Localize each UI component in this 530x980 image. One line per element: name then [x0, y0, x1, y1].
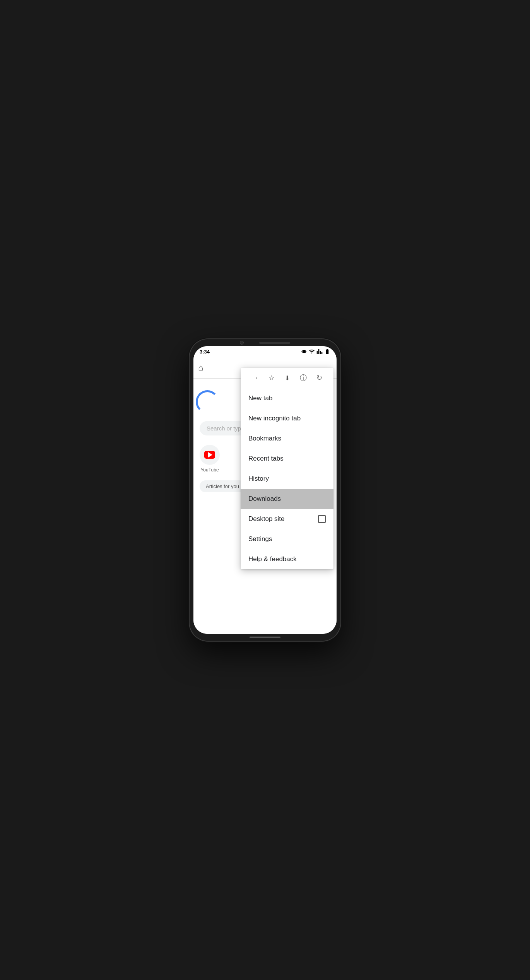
phone-frame: 3:34 ⌂	[190, 339, 340, 641]
menu-item-new-tab[interactable]: New tab	[241, 388, 333, 408]
menu-item-recent-tabs[interactable]: Recent tabs	[241, 449, 333, 469]
phone-bottom	[190, 634, 340, 641]
refresh-icon[interactable]: ↻	[316, 374, 322, 382]
desktop-site-checkbox[interactable]	[318, 515, 326, 523]
menu-item-bookmarks[interactable]: Bookmarks	[241, 429, 333, 449]
dropdown-menu: → ☆ ⬇ ⓘ ↻ New tab New incognito tab Book…	[241, 368, 333, 569]
bookmark-icon[interactable]: ☆	[268, 374, 275, 382]
youtube-label: YouTube	[200, 467, 219, 473]
youtube-icon-circle	[200, 445, 220, 465]
youtube-shortcut[interactable]: YouTube	[200, 445, 220, 473]
signal-icon	[316, 348, 323, 355]
search-placeholder: Search or type	[207, 425, 244, 432]
menu-toolbar-icons: → ☆ ⬇ ⓘ ↻	[241, 368, 333, 388]
menu-item-new-incognito-tab[interactable]: New incognito tab	[241, 408, 333, 429]
youtube-icon	[204, 451, 215, 459]
vibrate-icon	[301, 348, 307, 355]
battery-icon	[324, 348, 330, 355]
articles-label: Articles for you	[206, 483, 239, 489]
wifi-icon	[309, 348, 315, 355]
phone-top-notch	[190, 339, 340, 346]
status-bar: 3:34	[193, 346, 337, 357]
menu-item-desktop-site[interactable]: Desktop site	[241, 509, 333, 529]
home-indicator	[250, 637, 280, 638]
camera-dot	[240, 341, 244, 345]
youtube-play-triangle	[208, 452, 212, 458]
menu-item-downloads[interactable]: Downloads	[241, 489, 333, 509]
speaker-bar	[259, 342, 290, 344]
home-icon[interactable]: ⌂	[198, 363, 203, 373]
download-icon[interactable]: ⬇	[285, 374, 290, 382]
google-logo-partial	[196, 390, 219, 413]
menu-item-settings[interactable]: Settings	[241, 529, 333, 549]
status-time: 3:34	[200, 349, 210, 355]
forward-icon[interactable]: →	[252, 374, 259, 382]
menu-item-help-feedback[interactable]: Help & feedback	[241, 549, 333, 569]
status-icons	[301, 348, 330, 355]
info-icon[interactable]: ⓘ	[300, 373, 307, 382]
phone-screen: 3:34 ⌂	[193, 346, 337, 634]
menu-item-history[interactable]: History	[241, 469, 333, 489]
articles-for-you-button[interactable]: Articles for you	[200, 480, 245, 492]
